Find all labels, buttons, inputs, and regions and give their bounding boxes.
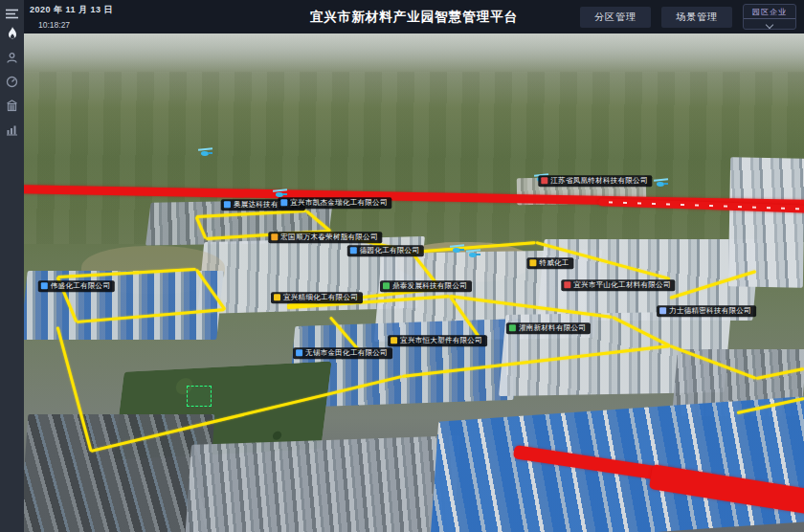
selection-box (187, 386, 212, 407)
company-label[interactable]: 灌南新材料有限公司 (506, 322, 591, 334)
company-icon (41, 283, 48, 290)
current-time: 10:18:27 (38, 20, 113, 30)
horizon-haze (24, 33, 804, 74)
helicopter-tail (663, 183, 668, 185)
menu-icon[interactable] (0, 4, 24, 23)
user-icon[interactable] (0, 48, 24, 67)
company-icon (296, 350, 302, 357)
company-icon (659, 308, 666, 315)
company-label-text: 力士德精密科技有限公司 (669, 307, 751, 315)
helicopter-rotor (198, 147, 212, 150)
company-icon (383, 283, 390, 290)
company-label-text: 伟盛化工有限公司 (51, 282, 110, 290)
company-icon (564, 282, 570, 289)
company-label[interactable]: 德园化工有限公司 (347, 245, 424, 256)
helicopter-model (198, 148, 212, 157)
datetime-block: 2020 年 11 月 13 日 10:18:27 (30, 4, 113, 30)
gauge-icon[interactable] (0, 72, 24, 91)
building-cluster (185, 435, 460, 532)
company-label[interactable]: 江苏省凤凰特材科技有限公司 (538, 175, 652, 187)
helicopter-model (654, 179, 668, 188)
company-label[interactable]: 特威化工 (526, 257, 573, 269)
company-label[interactable]: 宜兴市恒大塑件有限公司 (388, 335, 487, 346)
helicopter-model (450, 245, 464, 254)
park-enterprise-dropdown-label: 园区企业 (744, 5, 795, 19)
company-icon (529, 260, 536, 267)
building-icon[interactable] (0, 96, 24, 115)
farmland-texture (24, 72, 804, 244)
helicopter-rotor (273, 188, 287, 191)
helicopter-rotor (450, 244, 464, 247)
company-label-text: 江苏省凤凰特材科技有限公司 (550, 177, 647, 185)
company-icon (350, 248, 357, 255)
scene-management-button[interactable]: 场景管理 (661, 7, 732, 28)
zone-management-button[interactable]: 分区管理 (580, 7, 651, 28)
map-canvas[interactable]: 江苏省凤凰特材科技有限公司奥展达科技有限公司宜兴市凯杰金瑞化工有限公司宏国顺万木… (24, 33, 804, 532)
company-label[interactable]: 宜兴精细化工有限公司 (271, 292, 363, 303)
helicopter-tail (282, 193, 287, 195)
building-cluster (728, 157, 804, 287)
company-icon (271, 234, 278, 241)
company-label-text: 无锡市金田化工有限公司 (305, 349, 388, 357)
company-icon (509, 325, 516, 332)
company-icon (224, 202, 231, 209)
factory-chart-icon[interactable] (0, 120, 24, 139)
helicopter-tail (476, 254, 480, 255)
chevron-down-icon (766, 21, 773, 29)
helicopter-rotor (466, 249, 480, 252)
sidebar-nav (0, 0, 24, 532)
company-icon (280, 200, 287, 207)
helicopter-tail (459, 249, 464, 251)
company-label[interactable]: 伟盛化工有限公司 (38, 280, 115, 292)
company-label[interactable]: 宏国顺万木春荣树脂有限公司 (268, 232, 382, 243)
header-bar: 2020 年 11 月 13 日 10:18:27 宜兴市新材料产业园智慧管理平… (24, 0, 804, 33)
company-icon (274, 295, 280, 301)
helicopter-tail (208, 152, 212, 154)
company-label-text: 宜兴市恒大塑件有限公司 (400, 337, 482, 344)
company-label[interactable]: 无锡市金田化工有限公司 (293, 347, 392, 359)
company-label[interactable]: 鼎泰发展科技有限公司 (380, 280, 472, 292)
company-label[interactable]: 宜兴市凯杰金瑞化工有限公司 (278, 197, 391, 209)
company-label-text: 特威化工 (539, 259, 569, 267)
company-label[interactable]: 力士德精密科技有限公司 (657, 305, 756, 317)
helicopter-model (466, 250, 480, 258)
helicopter-rotor (654, 178, 668, 181)
flame-icon[interactable] (0, 24, 24, 43)
park-enterprise-dropdown[interactable]: 园区企业 (743, 4, 796, 30)
company-label-text: 宜兴市平山化工材料有限公司 (573, 281, 670, 289)
company-label-text: 德园化工有限公司 (360, 247, 419, 255)
current-date: 2020 年 11 月 13 日 (30, 4, 113, 16)
header-actions: 分区管理 场景管理 园区企业 (580, 0, 796, 33)
app-window: 2020 年 11 月 13 日 10:18:27 宜兴市新材料产业园智慧管理平… (0, 0, 804, 532)
company-label-text: 宜兴市凯杰金瑞化工有限公司 (290, 199, 387, 207)
company-label-text: 灌南新材料有限公司 (519, 324, 586, 332)
company-label-text: 宜兴精细化工有限公司 (283, 294, 358, 301)
company-label-text: 宏国顺万木春荣树脂有限公司 (280, 233, 377, 241)
company-icon (541, 178, 547, 185)
company-icon (391, 338, 397, 344)
company-label-text: 鼎泰发展科技有限公司 (392, 282, 467, 290)
company-label[interactable]: 宜兴市平山化工材料有限公司 (561, 279, 675, 291)
